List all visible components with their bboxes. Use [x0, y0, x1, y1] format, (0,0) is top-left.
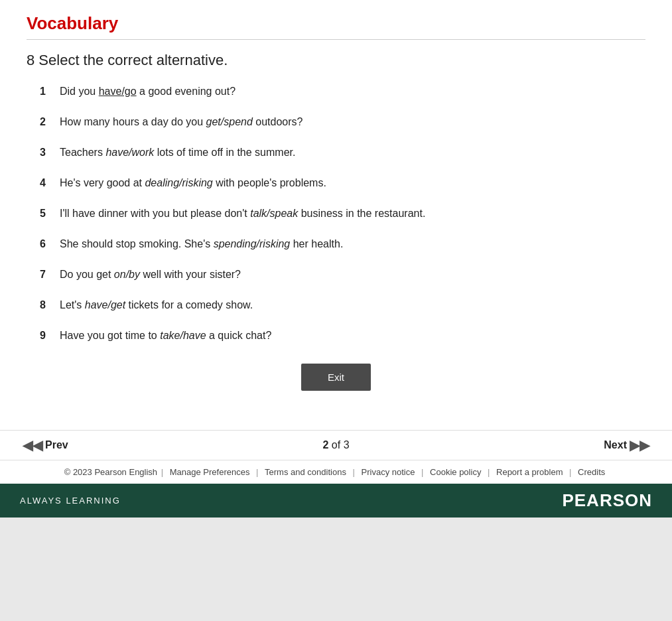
- question-number-4: 4: [40, 175, 60, 191]
- next-label: Next: [604, 439, 627, 451]
- question-number-1: 1: [40, 84, 60, 100]
- question-item-4: 4 He's very good at dealing/risking with…: [40, 175, 645, 191]
- prev-label: Prev: [45, 439, 68, 451]
- questions-list: 1 Did you have/go a good evening out? 2 …: [27, 84, 645, 344]
- cookie-policy-link[interactable]: Cookie policy: [430, 467, 481, 477]
- question-item-1: 1 Did you have/go a good evening out?: [40, 84, 645, 100]
- sep-5: |: [488, 467, 492, 477]
- alt-text-2: get/spend: [206, 116, 253, 127]
- brand-logo: PEARSON: [562, 490, 652, 511]
- question-number-2: 2: [40, 114, 60, 130]
- question-number-6: 6: [40, 236, 60, 252]
- question-text-8: Let's have/get tickets for a comedy show…: [60, 297, 645, 313]
- question-text-4: He's very good at dealing/risking with p…: [60, 175, 645, 191]
- question-item-8: 8 Let's have/get tickets for a comedy sh…: [40, 297, 645, 313]
- copyright-text: © 2023 Pearson English: [64, 467, 157, 477]
- terms-link[interactable]: Terms and conditions: [265, 467, 346, 477]
- bottom-bar: ALWAYS LEARNING PEARSON: [0, 484, 672, 518]
- next-arrow-icon: ▶▶: [630, 437, 649, 453]
- question-number-9: 9: [40, 328, 60, 344]
- page-title: Vocabulary: [27, 13, 645, 34]
- sep-1: |: [161, 467, 166, 477]
- credits-link[interactable]: Credits: [578, 467, 605, 477]
- question-text-6: She should stop smoking. She's spending/…: [60, 236, 645, 252]
- question-text-3: Teachers have/work lots of time off in t…: [60, 145, 645, 161]
- question-item-9: 9 Have you got time to take/have a quick…: [40, 328, 645, 344]
- manage-prefs-link[interactable]: Manage Preferences: [170, 467, 250, 477]
- exit-area: Exit: [27, 364, 645, 391]
- alt-text-3: have/work: [105, 147, 154, 158]
- alt-text-7: on/by: [114, 269, 140, 280]
- alt-text-6: spending/risking: [214, 238, 291, 249]
- prev-button[interactable]: ◀◀ Prev: [20, 437, 68, 453]
- question-text-7: Do you get on/by well with your sister?: [60, 267, 645, 283]
- question-number-8: 8: [40, 297, 60, 313]
- sep-3: |: [353, 467, 358, 477]
- question-number-5: 5: [40, 206, 60, 222]
- alt-text-5: talk/speak: [250, 208, 298, 219]
- alt-text-1: have/go: [99, 86, 137, 97]
- footer-links: © 2023 Pearson English | Manage Preferen…: [0, 460, 672, 484]
- question-text-5: I'll have dinner with you but please don…: [60, 206, 645, 222]
- question-item-5: 5 I'll have dinner with you but please d…: [40, 206, 645, 222]
- question-item-7: 7 Do you get on/by well with your sister…: [40, 267, 645, 283]
- question-item-3: 3 Teachers have/work lots of time off in…: [40, 145, 645, 161]
- alt-text-4: dealing/risking: [145, 177, 212, 188]
- question-text-1: Did you have/go a good evening out?: [60, 84, 645, 100]
- sep-6: |: [569, 467, 574, 477]
- question-text-2: How many hours a day do you get/spend ou…: [60, 114, 645, 130]
- question-text-9: Have you got time to take/have a quick c…: [60, 328, 645, 344]
- sep-2: |: [256, 467, 261, 477]
- question-item-6: 6 She should stop smoking. She's spendin…: [40, 236, 645, 252]
- page-info: 2 of 3: [322, 439, 349, 451]
- title-divider: [27, 39, 645, 40]
- question-item-2: 2 How many hours a day do you get/spend …: [40, 114, 645, 130]
- report-problem-link[interactable]: Report a problem: [496, 467, 563, 477]
- navigation-bar: ◀◀ Prev 2 of 3 Next ▶▶: [0, 430, 672, 460]
- question-number-3: 3: [40, 145, 60, 161]
- question-number-7: 7: [40, 267, 60, 283]
- current-page: 2: [322, 439, 328, 450]
- total-pages: 3: [344, 439, 350, 450]
- next-button[interactable]: Next ▶▶: [604, 437, 652, 453]
- sep-4: |: [421, 467, 426, 477]
- of-label: of: [332, 439, 340, 450]
- question-heading: 8 Select the correct alternative.: [27, 52, 645, 69]
- alt-text-9: take/have: [160, 330, 206, 341]
- tagline-text: ALWAYS LEARNING: [20, 496, 121, 506]
- prev-arrow-icon: ◀◀: [23, 437, 42, 453]
- alt-text-8: have/get: [85, 299, 125, 310]
- exit-button[interactable]: Exit: [301, 364, 371, 391]
- privacy-link[interactable]: Privacy notice: [362, 467, 415, 477]
